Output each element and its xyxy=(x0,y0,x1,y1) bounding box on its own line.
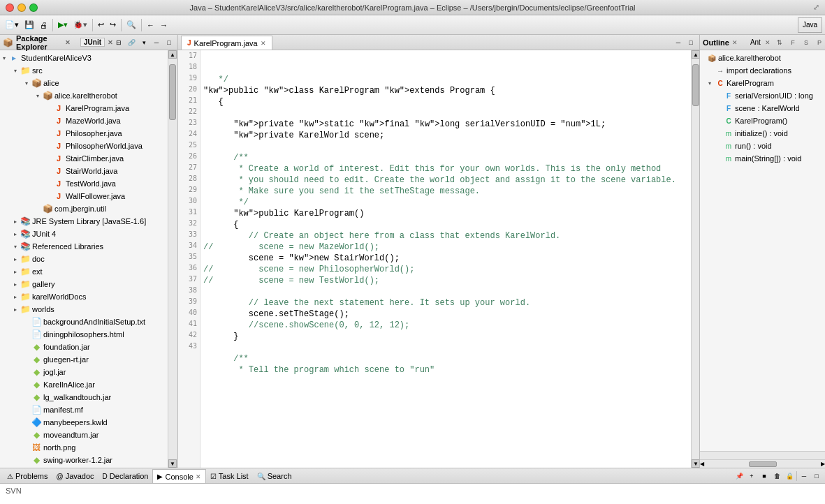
bottom-new-console[interactable]: + xyxy=(746,470,757,482)
tree-toggle[interactable]: ▾ xyxy=(34,91,42,100)
editor-scroll-up[interactable]: ▲ xyxy=(692,50,699,59)
tab-close-ant[interactable]: ✕ xyxy=(765,39,771,46)
tab-close-outline[interactable]: ✕ xyxy=(732,39,738,46)
bottom-scroll-lock[interactable]: 🔒 xyxy=(784,470,795,482)
tree-item-JUnit4[interactable]: ▸📚JUnit 4 xyxy=(0,228,168,240)
hide-static-button[interactable]: S xyxy=(800,36,812,49)
bottom-minimize[interactable]: ─ xyxy=(798,470,810,482)
tree-item-moveandturn[interactable]: ◆moveandturn.jar xyxy=(0,429,168,441)
tree-toggle[interactable] xyxy=(45,192,53,200)
tree-toggle[interactable]: ▾ xyxy=(22,79,31,87)
bottom-tab-problems[interactable]: ⚠Problems xyxy=(3,469,52,483)
sort-outline-button[interactable]: ⇅ xyxy=(773,36,786,49)
tree-item-lgJar[interactable]: ◆lg_walkandtouch.jar xyxy=(0,391,168,403)
tree-toggle[interactable]: ▸ xyxy=(11,255,20,263)
tree-toggle[interactable] xyxy=(22,380,31,389)
tree-item-manifest[interactable]: 📄manifest.mf xyxy=(0,403,168,416)
outline-hscroll-thumb[interactable] xyxy=(749,461,777,467)
scroll-up-arrow[interactable]: ▲ xyxy=(168,50,177,59)
outline-item[interactable]: minitialize() : void xyxy=(700,127,825,140)
tree-item-doc[interactable]: ▸📁doc xyxy=(0,253,168,265)
ant-tab[interactable]: Ant xyxy=(749,38,762,46)
new-button[interactable]: 📄▾ xyxy=(3,17,21,33)
maximize-button[interactable] xyxy=(29,3,38,12)
tree-toggle[interactable] xyxy=(45,104,53,112)
tab-close-bottom[interactable]: ✕ xyxy=(196,473,201,480)
minimize-button[interactable] xyxy=(17,3,26,12)
code-content[interactable]: */ "kw">public "kw">class KarelProgram "… xyxy=(200,50,691,468)
tree-item-KarelProgram[interactable]: JKarelProgram.java xyxy=(0,102,168,114)
tree-toggle[interactable] xyxy=(22,431,31,439)
tree-item-backgroundFile[interactable]: 📄backgroundAndInitialSetup.txt xyxy=(0,316,168,328)
tree-item-MazeWorld[interactable]: JMazeWorld.java xyxy=(0,114,168,127)
tree-toggle[interactable]: ▸ xyxy=(11,230,20,238)
run-button[interactable]: ▶▾ xyxy=(56,17,70,33)
outline-hscroll[interactable] xyxy=(700,451,825,459)
navigate-forward[interactable]: → xyxy=(158,17,170,33)
tree-item-karelWorldDocs[interactable]: ▸📁karelWorldDocs xyxy=(0,290,168,303)
outline-item[interactable]: mrun() : void xyxy=(700,140,825,152)
tree-toggle[interactable] xyxy=(22,443,31,452)
tree-toggle[interactable] xyxy=(22,330,31,339)
tree-toggle[interactable] xyxy=(45,154,53,163)
tree-item-StairWorld[interactable]: JStairWorld.java xyxy=(0,165,168,177)
scroll-thumb[interactable] xyxy=(169,64,176,120)
bottom-terminate[interactable]: ■ xyxy=(759,470,770,482)
tree-toggle[interactable] xyxy=(45,179,53,188)
tree-item-src[interactable]: ▾📁src xyxy=(0,64,168,77)
tree-item-StairClimber[interactable]: JStairClimber.java xyxy=(0,152,168,165)
tree-item-alice[interactable]: ▾📦alice xyxy=(0,77,168,89)
tree-toggle[interactable]: ▸ xyxy=(11,267,20,276)
tree-item-comjbergin[interactable]: 📦com.jbergin.util xyxy=(0,202,168,215)
panel-menu-button[interactable]: ▾ xyxy=(138,37,149,48)
bottom-tab-task-list[interactable]: ☑Task List xyxy=(206,469,253,483)
tree-item-gallery[interactable]: ▸📁gallery xyxy=(0,278,168,290)
tree-toggle[interactable]: ▸ xyxy=(11,280,20,288)
minimize-panel-button[interactable]: ─ xyxy=(151,37,162,48)
bottom-pin-button[interactable]: 📌 xyxy=(733,470,745,482)
tree-toggle[interactable] xyxy=(22,418,31,427)
tree-toggle[interactable]: ▾ xyxy=(11,66,20,75)
tree-toggle[interactable] xyxy=(22,456,31,464)
bottom-tab-console[interactable]: ▶Console✕ xyxy=(152,469,205,483)
outline-item[interactable]: CKarelProgram() xyxy=(700,114,825,127)
tree-item-karelInAlice[interactable]: ◆KarelInAlice.jar xyxy=(0,378,168,391)
outline-item[interactable]: 📦alice.kareltherobot xyxy=(700,52,825,64)
tree-toggle[interactable] xyxy=(22,393,31,401)
tab-close-junit[interactable]: ✕ xyxy=(108,39,113,46)
editor-scroll-down[interactable]: ▼ xyxy=(692,459,699,468)
collapse-all-button[interactable]: ⊟ xyxy=(113,37,124,48)
tree-item-swingWorker[interactable]: ◆swing-worker-1.2.jar xyxy=(0,454,168,466)
tree-item-foundationJar[interactable]: ◆foundation.jar xyxy=(0,341,168,353)
navigate-back[interactable]: ← xyxy=(145,17,156,33)
scroll-left-arrow[interactable]: ◀ xyxy=(700,461,704,467)
tree-item-diningFile[interactable]: 📄diningphilosophers.html xyxy=(0,328,168,341)
outline-item[interactable]: Fscene : KarelWorld xyxy=(700,102,825,114)
bottom-clear[interactable]: 🗑 xyxy=(771,470,782,482)
save-button[interactable]: 💾 xyxy=(22,17,36,33)
tree-item-PhilosopherWorld[interactable]: JPhilosopherWorld.java xyxy=(0,140,168,152)
undo-button[interactable]: ↩ xyxy=(96,17,106,33)
bottom-maximize[interactable]: □ xyxy=(811,470,822,482)
tree-item-ext[interactable]: ▸📁ext xyxy=(0,265,168,278)
tree-toggle[interactable]: ▾ xyxy=(11,242,20,251)
editor-maximize-button[interactable]: □ xyxy=(685,37,696,48)
bottom-tab-javadoc[interactable]: @Javadoc xyxy=(52,469,98,483)
debug-button[interactable]: 🐞▾ xyxy=(71,17,89,33)
tree-item-kareltherobot[interactable]: ▾📦alice.kareltherobot xyxy=(0,89,168,102)
tree-item-gluegen[interactable]: ◆gluegen-rt.jar xyxy=(0,353,168,366)
editor-minimize-button[interactable]: ─ xyxy=(673,37,684,48)
tree-toggle[interactable] xyxy=(22,355,31,364)
tree-item-TestWorld[interactable]: JTestWorld.java xyxy=(0,177,168,190)
tree-toggle[interactable] xyxy=(45,142,53,150)
tree-toggle[interactable] xyxy=(45,129,53,138)
junit-tab[interactable]: JUnit xyxy=(80,38,105,47)
search-button[interactable]: 🔍 xyxy=(124,17,138,33)
tree-toggle[interactable] xyxy=(22,318,31,326)
tree-item-joglJar[interactable]: ◆jogl.jar xyxy=(0,366,168,378)
redo-button[interactable]: ↪ xyxy=(108,17,118,33)
editor-scrollbar[interactable]: ▲ ▼ xyxy=(691,50,699,468)
bottom-tab-declaration[interactable]: DDeclaration xyxy=(98,469,153,483)
window-controls[interactable] xyxy=(6,3,38,12)
tree-item-JRESystem[interactable]: ▸📚JRE System Library [JavaSE-1.6] xyxy=(0,215,168,228)
